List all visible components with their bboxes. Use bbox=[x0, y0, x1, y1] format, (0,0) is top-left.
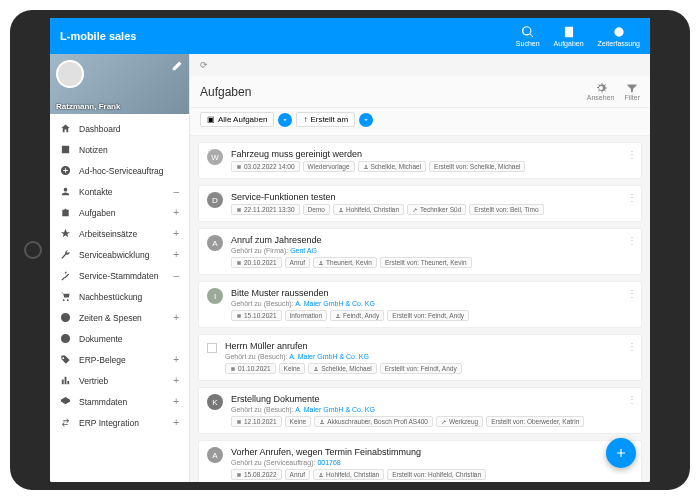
filter-all[interactable]: ▣ Alle Aufgaben bbox=[200, 112, 274, 127]
task-tag: Werkzeug bbox=[436, 416, 483, 427]
more-icon[interactable]: ⋮ bbox=[627, 192, 637, 203]
task-title: Vorher Anrufen, wegen Termin Feinabstimm… bbox=[231, 447, 633, 457]
view-button[interactable]: Ansehen bbox=[587, 82, 615, 101]
task-subtitle: Gehört zu (Serviceauftrag): 001768 bbox=[231, 459, 633, 466]
app-title: L-mobile sales bbox=[60, 30, 136, 42]
filter-dropdown-1[interactable] bbox=[278, 113, 292, 127]
sidebar-item-notizen[interactable]: Notizen bbox=[50, 139, 189, 160]
task-title: Anruf zum Jahresende bbox=[231, 235, 633, 245]
task-badge: I bbox=[207, 288, 223, 304]
task-tag: Hohlfeld, Christian bbox=[333, 204, 404, 215]
filter-sort[interactable]: ↑ Erstellt am bbox=[296, 112, 355, 127]
task-tag: 12.10.2021 bbox=[231, 416, 282, 427]
task-title: Fahrzeug muss gereinigt werden bbox=[231, 149, 633, 159]
top-action-aufgaben[interactable]: Aufgaben bbox=[554, 25, 584, 47]
expand-icon[interactable]: + bbox=[173, 417, 179, 428]
sidebar-item-aufgaben[interactable]: Aufgaben+ bbox=[50, 202, 189, 223]
expand-icon[interactable]: + bbox=[173, 375, 179, 386]
note-icon bbox=[60, 144, 71, 155]
tag-icon bbox=[60, 354, 71, 365]
expand-icon[interactable]: + bbox=[173, 249, 179, 260]
tablet-home-button[interactable] bbox=[24, 241, 42, 259]
sidebar-item-erp-integration[interactable]: ERP Integration+ bbox=[50, 412, 189, 433]
task-subtitle: Gehört zu (Besuch): A. Maier GmbH & Co. … bbox=[231, 300, 633, 307]
task-subtitle: Gehört zu (Besuch): A. Maier GmbH & Co. … bbox=[231, 406, 633, 413]
task-tag: 22.11.2021 13:30 bbox=[231, 204, 300, 215]
task-tag: Information bbox=[285, 310, 328, 321]
task-item[interactable]: Herrn Müller anrufenGehört zu (Besuch): … bbox=[198, 334, 642, 381]
task-title: Service-Funktionen testen bbox=[231, 192, 633, 202]
expand-icon[interactable]: + bbox=[173, 354, 179, 365]
task-item[interactable]: WFahrzeug muss gereinigt werden03.02.202… bbox=[198, 142, 642, 179]
sidebar-item-dashboard[interactable]: Dashboard bbox=[50, 118, 189, 139]
edit-icon[interactable] bbox=[171, 58, 185, 72]
task-tag: Erstellt von: Hohlfeld, Christian bbox=[387, 469, 486, 480]
task-item[interactable]: AAnruf zum JahresendeGehört zu (Firma): … bbox=[198, 228, 642, 275]
task-tag: Erstellt von: Schelkle, Michael bbox=[429, 161, 525, 172]
task-tag: Erstellt von: Theunert, Kevin bbox=[380, 257, 472, 268]
task-link[interactable]: A. Maier GmbH & Co. KG bbox=[295, 406, 375, 413]
task-tag: Erstellt von: Oberweder, Katrin bbox=[486, 416, 584, 427]
task-item[interactable]: AVorher Anrufen, wegen Termin Feinabstim… bbox=[198, 440, 642, 482]
more-icon[interactable]: ⋮ bbox=[627, 394, 637, 405]
sidebar-item-nachbest-ckung[interactable]: Nachbestückung bbox=[50, 286, 189, 307]
add-button[interactable] bbox=[606, 438, 636, 468]
sidebar: Ratzmann, Frank DashboardNotizenAd-hoc-S… bbox=[50, 54, 190, 482]
task-link[interactable]: A. Maier GmbH & Co. KG bbox=[289, 353, 369, 360]
task-item[interactable]: DService-Funktionen testen22.11.2021 13:… bbox=[198, 185, 642, 222]
task-tag: Anruf bbox=[285, 469, 311, 480]
more-icon[interactable]: ⋮ bbox=[627, 341, 637, 352]
profile-name: Ratzmann, Frank bbox=[56, 102, 120, 111]
task-badge: W bbox=[207, 149, 223, 165]
sidebar-item-zeiten-spesen[interactable]: Zeiten & Spesen+ bbox=[50, 307, 189, 328]
sidebar-item-erp-belege[interactable]: ERP-Belege+ bbox=[50, 349, 189, 370]
sidebar-item-kontakte[interactable]: Kontakte– bbox=[50, 181, 189, 202]
expand-icon[interactable]: + bbox=[173, 396, 179, 407]
filter-dropdown-2[interactable] bbox=[359, 113, 373, 127]
task-subtitle: Gehört zu (Besuch): A. Maier GmbH & Co. … bbox=[225, 353, 633, 360]
breadcrumb[interactable]: ⟳ bbox=[190, 54, 650, 76]
sidebar-item-vertrieb[interactable]: Vertrieb+ bbox=[50, 370, 189, 391]
task-tag: Techniker Süd bbox=[407, 204, 466, 215]
task-subtitle: Gehört zu (Firma): Gent AG bbox=[231, 247, 633, 254]
task-tag: 03.02.2022 14:00 bbox=[231, 161, 300, 172]
expand-icon[interactable]: – bbox=[173, 270, 179, 281]
task-tag: Hohlfeld, Christian bbox=[313, 469, 384, 480]
expand-icon[interactable]: + bbox=[173, 207, 179, 218]
task-badge: A bbox=[207, 447, 223, 463]
more-icon[interactable]: ⋮ bbox=[627, 149, 637, 160]
briefcase-icon bbox=[60, 207, 71, 218]
clock-icon bbox=[60, 312, 71, 323]
expand-icon[interactable]: – bbox=[173, 186, 179, 197]
sidebar-item-arbeitseins-tze[interactable]: Arbeitseinsätze+ bbox=[50, 223, 189, 244]
task-link[interactable]: A. Maier GmbH & Co. KG bbox=[295, 300, 375, 307]
person-icon bbox=[60, 186, 71, 197]
more-icon[interactable]: ⋮ bbox=[627, 235, 637, 246]
task-tag: Erstellt von: Feindt, Andy bbox=[387, 310, 469, 321]
sidebar-item-serviceabwicklung[interactable]: Serviceabwicklung+ bbox=[50, 244, 189, 265]
task-item[interactable]: KErstellung DokumenteGehört zu (Besuch):… bbox=[198, 387, 642, 434]
expand-icon[interactable]: + bbox=[173, 312, 179, 323]
task-link[interactable]: Gent AG bbox=[290, 247, 317, 254]
sidebar-item-dokumente[interactable]: Dokumente bbox=[50, 328, 189, 349]
profile-card[interactable]: Ratzmann, Frank bbox=[50, 54, 189, 114]
checkbox[interactable] bbox=[207, 343, 217, 353]
task-tag: Schelkle, Michael bbox=[358, 161, 427, 172]
task-tag: 15.10.2021 bbox=[231, 310, 282, 321]
top-action-suchen[interactable]: Suchen bbox=[516, 25, 540, 47]
sidebar-item-service-stammdaten[interactable]: Service-Stammdaten– bbox=[50, 265, 189, 286]
task-tag: Anruf bbox=[285, 257, 311, 268]
task-tag: Theunert, Kevin bbox=[313, 257, 377, 268]
sidebar-item-ad-hoc-serviceauftrag[interactable]: Ad-hoc-Serviceauftrag bbox=[50, 160, 189, 181]
more-icon[interactable]: ⋮ bbox=[627, 288, 637, 299]
top-action-zeiterfassung[interactable]: Zeiterfassung bbox=[598, 25, 640, 47]
task-item[interactable]: IBitte Muster raussendenGehört zu (Besuc… bbox=[198, 281, 642, 328]
chart-icon bbox=[60, 375, 71, 386]
filter-button[interactable]: Filter bbox=[624, 82, 640, 101]
expand-icon[interactable]: + bbox=[173, 228, 179, 239]
task-link[interactable]: 001768 bbox=[317, 459, 340, 466]
alarm-icon bbox=[612, 25, 626, 39]
sidebar-item-stammdaten[interactable]: Stammdaten+ bbox=[50, 391, 189, 412]
assignment-icon bbox=[562, 25, 576, 39]
tools-icon bbox=[60, 270, 71, 281]
